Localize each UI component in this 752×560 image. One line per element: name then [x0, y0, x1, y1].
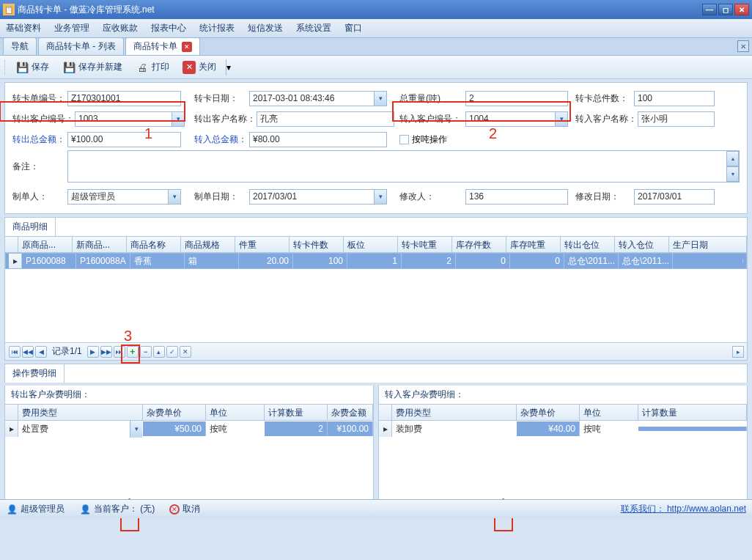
nav-prevpage-button[interactable]: ◀◀ [22, 346, 34, 358]
menu-sms[interactable]: 短信发送 [248, 22, 283, 34]
status-user: 超级管理员 [21, 503, 64, 515]
dropdown-icon[interactable]: ▾ [172, 112, 184, 126]
nav-nextpage-button[interactable]: ▶▶ [100, 346, 112, 358]
menu-receivable[interactable]: 应收账款 [103, 22, 138, 34]
user-icon: 👤 [6, 504, 18, 515]
out-fee-row[interactable]: ▸ 处置费▾ ¥50.00 按吨 2 ¥100.00 [5, 421, 373, 437]
col-name[interactable]: 商品名称 [127, 237, 181, 252]
tabs-close-button[interactable]: ✕ [737, 40, 749, 52]
customer-icon: 👤 [79, 504, 91, 515]
col-ton[interactable]: 转卡吨重 [398, 237, 452, 252]
make-date-input[interactable]: 2017/03/01▾ [249, 189, 387, 205]
out-cust-name-label: 转出客户名称： [194, 113, 257, 125]
status-cancel-button[interactable]: ✕ 取消 [169, 503, 200, 515]
nav-cancel-button[interactable]: ✕ [180, 346, 191, 358]
col-weight[interactable]: 件重 [235, 237, 290, 252]
out-col-qty[interactable]: 计算数量 [265, 405, 328, 420]
nav-add-button[interactable]: + [127, 346, 139, 358]
col-in-loc[interactable]: 转入仓位 [615, 237, 669, 252]
nav-check-button[interactable]: ✓ [166, 346, 178, 358]
col-stock-ton[interactable]: 库存吨重 [506, 237, 561, 252]
col-pallet[interactable]: 板位 [344, 237, 398, 252]
out-cust-no-select[interactable]: 1003▾ [75, 111, 185, 127]
save-new-button[interactable]: 💾 保存并新建 [57, 58, 128, 77]
scroll-down-icon[interactable]: ▾ [726, 166, 739, 182]
in-cust-name-input[interactable]: 张小明 [638, 111, 715, 127]
moder-input[interactable]: 136 [465, 189, 568, 205]
menu-stats[interactable]: 统计报表 [199, 22, 235, 34]
dropdown-icon[interactable]: ▾ [168, 190, 180, 204]
col-pieces[interactable]: 转卡件数 [290, 237, 344, 252]
order-no-input[interactable]: Z170301001 [67, 91, 181, 106]
menu-basic[interactable]: 基础资料 [6, 22, 41, 34]
in-cust-no-select[interactable]: 1004▾ [465, 111, 568, 127]
count-label: 转卡总件数： [575, 92, 634, 105]
nav-prev-button[interactable]: ◀ [35, 346, 47, 358]
menu-window[interactable]: 窗口 [344, 22, 362, 34]
in-fee-row[interactable]: ▸ 装卸费 ¥40.00 按吨 [379, 421, 747, 437]
in-total-input[interactable]: ¥80.00 [249, 132, 387, 147]
weight-input[interactable]: 2 [465, 91, 568, 106]
maximize-button[interactable]: ◻ [718, 4, 733, 15]
tab-list[interactable]: 商品转卡单 - 列表 [38, 37, 124, 55]
remark-textarea[interactable]: ▴▾ [67, 150, 740, 183]
in-col-unit[interactable]: 单位 [580, 405, 638, 420]
in-col-price[interactable]: 杂费单价 [517, 405, 580, 420]
nav-remove-button[interactable]: − [140, 346, 152, 358]
scroll-up-icon[interactable]: ▴ [726, 151, 739, 166]
contact-link[interactable]: 联系我们： http://www.aolan.net [621, 503, 746, 515]
out-total-label: 转出总金额： [12, 133, 67, 146]
col-out-loc[interactable]: 转出仓位 [561, 237, 615, 252]
menu-business[interactable]: 业务管理 [54, 22, 89, 34]
menu-report[interactable]: 报表中心 [151, 22, 186, 34]
dropdown-icon[interactable]: ▾ [374, 190, 386, 204]
col-spec[interactable]: 商品规格 [181, 237, 235, 252]
out-col-amount[interactable]: 杂费金额 [328, 405, 373, 420]
cancel-icon: ✕ [169, 504, 180, 515]
save-icon: 💾 [15, 61, 29, 74]
menu-settings[interactable]: 系统设置 [296, 22, 331, 34]
out-cust-name-input[interactable]: 孔亮 [257, 111, 394, 127]
print-button[interactable]: 🖨 打印 [130, 58, 174, 77]
print-icon: 🖨 [136, 61, 149, 74]
in-col-type[interactable]: 费用类型 [392, 405, 517, 420]
col-new-code[interactable]: 新商品... [73, 237, 127, 252]
out-col-price[interactable]: 杂费单价 [143, 405, 206, 420]
toolbar-overflow[interactable]: ▾ [226, 59, 233, 75]
nav-next-button[interactable]: ▶ [87, 346, 99, 358]
in-col-qty[interactable]: 计算数量 [638, 405, 747, 420]
tab-nav[interactable]: 导航 [3, 37, 37, 55]
product-row[interactable]: ▸ P1600088 P1600088A 香蕉 箱 20.00 100 1 2 … [5, 253, 747, 269]
close-button[interactable]: ✕ 关闭 [177, 58, 221, 77]
title-bar: 📋 商品转卡单 - 傲蓝冷库管理系统.net — ◻ ✕ [0, 0, 752, 19]
nav-up-button[interactable]: ▴ [153, 346, 165, 358]
tab-close-icon[interactable]: ✕ [182, 42, 192, 52]
nav-scroll-right[interactable]: ▸ [732, 346, 744, 358]
product-panel-title: 商品明细 [4, 217, 56, 236]
date-input[interactable]: 2017-03-01 08:43:46▾ [249, 91, 387, 106]
save-new-icon: 💾 [62, 61, 75, 74]
out-col-type[interactable]: 费用类型 [18, 405, 143, 420]
out-total-input[interactable]: ¥100.00 [67, 132, 181, 147]
col-prod-date[interactable]: 生产日期 [669, 237, 747, 252]
count-input[interactable]: 100 [634, 91, 715, 106]
tab-form[interactable]: 商品转卡单 ✕ [125, 37, 200, 55]
dropdown-icon[interactable]: ▾ [374, 92, 386, 106]
col-orig-code[interactable]: 原商品... [18, 237, 73, 252]
weight-label: 总重量(吨) [399, 92, 465, 105]
save-button[interactable]: 💾 保存 [10, 58, 54, 77]
window-close-button[interactable]: ✕ [734, 4, 749, 15]
col-stock-pcs[interactable]: 库存件数 [452, 237, 506, 252]
dropdown-icon[interactable]: ▾ [130, 421, 142, 438]
mod-date-input[interactable]: 2017/03/01 [634, 189, 715, 205]
nav-first-button[interactable]: ⏮ [9, 346, 21, 358]
maker-label: 制单人： [12, 191, 67, 203]
product-panel: 商品明细 原商品... 新商品... 商品名称 商品规格 件重 转卡件数 板位 … [4, 217, 748, 361]
maker-select[interactable]: 超级管理员▾ [67, 189, 181, 205]
by-ton-checkbox[interactable] [399, 135, 409, 144]
dropdown-icon[interactable]: ▾ [555, 112, 567, 126]
out-col-unit[interactable]: 单位 [206, 405, 265, 420]
nav-last-button[interactable]: ⏭ [114, 346, 125, 358]
status-bar: 👤 超级管理员 👤 当前客户： (无) ✕ 取消 联系我们： http://ww… [0, 499, 752, 518]
minimize-button[interactable]: — [702, 4, 717, 15]
